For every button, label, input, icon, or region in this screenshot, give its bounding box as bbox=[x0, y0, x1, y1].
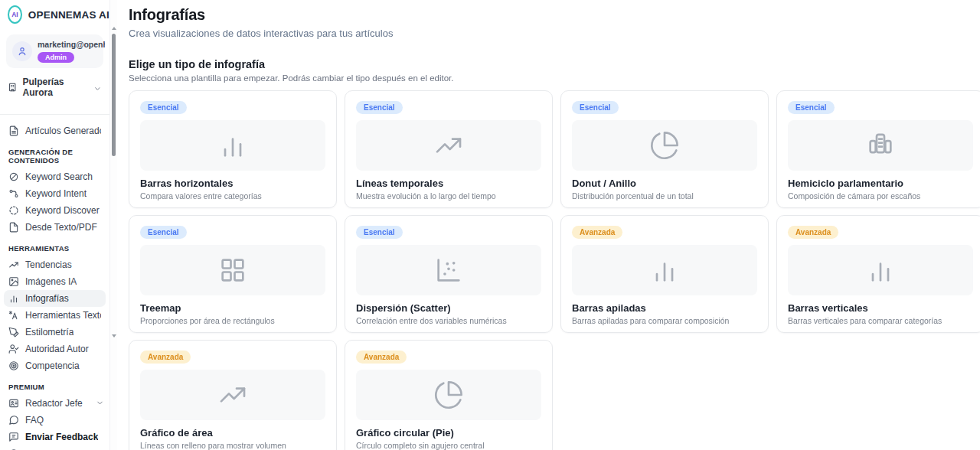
card-description: Barras apiladas para comparar composició… bbox=[572, 316, 757, 325]
card-description: Barras verticales para comparar categorí… bbox=[788, 316, 973, 325]
card-preview bbox=[788, 120, 973, 171]
sidebar-item[interactable]: Desde Texto/PDF bbox=[4, 219, 106, 236]
card-preview bbox=[140, 245, 325, 295]
card-preview bbox=[356, 120, 541, 171]
sidebar-item[interactable]: Keyword Intent bbox=[4, 185, 106, 202]
sidebar-item[interactable]: Keyword Discover bbox=[4, 202, 106, 219]
workspace-name: Pulperías Aurora bbox=[22, 77, 88, 98]
nav-section: FAQ Enviar Feedback Ver tutorial bbox=[0, 412, 109, 450]
card-preview bbox=[140, 370, 325, 420]
nav-section-header: HERRAMIENTAS bbox=[8, 244, 105, 253]
bar-chart-icon bbox=[649, 255, 680, 285]
logo-ai-icon: AI bbox=[8, 5, 22, 24]
card-description: Círculo completo sin agujero central bbox=[356, 441, 541, 450]
card-preview bbox=[788, 245, 973, 295]
scroll-down-arrow-icon[interactable] bbox=[112, 334, 116, 338]
sidebar-item-label: Competencia bbox=[25, 360, 80, 371]
sidebar-item-label: Infografías bbox=[25, 293, 69, 304]
dashed-circle-icon bbox=[8, 205, 19, 216]
sidebar-item-label: Desde Texto/PDF bbox=[25, 222, 97, 233]
infographic-card[interactable]: Avanzada Barras verticales Barras vertic… bbox=[776, 215, 980, 333]
chevron-down-icon bbox=[93, 83, 102, 92]
sidebar-item[interactable]: Redactor Jefe bbox=[4, 395, 106, 412]
infographic-card[interactable]: Esencial Hemiciclo parlamentario Composi… bbox=[776, 90, 980, 208]
page-title: Infografías bbox=[129, 6, 980, 24]
nav-section: PREMIUM Redactor Jefe bbox=[0, 383, 109, 412]
card-description: Compara valores entre categorías bbox=[140, 191, 325, 201]
infographic-card[interactable]: Avanzada Barras apiladas Barras apiladas… bbox=[560, 215, 769, 333]
sidebar-item-label: Artículos Generados bbox=[25, 126, 101, 136]
trending-up-icon bbox=[8, 259, 19, 270]
image-icon bbox=[8, 276, 19, 287]
user-meta: marketing@openho... Admin bbox=[38, 40, 105, 63]
sidebar-item-label: Tendencias bbox=[25, 259, 72, 270]
card-preview bbox=[356, 370, 541, 420]
infographic-card[interactable]: Esencial Barras horizontales Compara val… bbox=[129, 90, 337, 208]
nav-section: Artículos Generados bbox=[0, 122, 109, 139]
scroll-up-arrow-icon[interactable] bbox=[112, 27, 116, 30]
card-title: Hemiciclo parlamentario bbox=[788, 178, 973, 189]
infographic-card[interactable]: Esencial Dispersión (Scatter) Correlació… bbox=[345, 215, 553, 333]
card-description: Distribución porcentual de un total bbox=[572, 191, 757, 201]
scrollbar-thumb[interactable] bbox=[112, 34, 116, 156]
card-preview bbox=[356, 245, 541, 295]
sidebar-item[interactable]: Estilometría bbox=[4, 324, 106, 341]
card-title: Barras verticales bbox=[788, 302, 973, 314]
sidebar-item-label: Keyword Intent bbox=[25, 188, 87, 199]
search-icon bbox=[8, 171, 19, 182]
card-title: Dispersión (Scatter) bbox=[356, 302, 541, 314]
infographic-card[interactable]: Avanzada Gráfico circular (Pie) Círculo … bbox=[345, 340, 553, 450]
page-subtitle: Crea visualizaciones de datos interactiv… bbox=[129, 28, 980, 39]
sidebar-item-label: Herramientas Texto bbox=[25, 310, 101, 321]
section-title: Elige un tipo de infografía bbox=[129, 58, 980, 70]
sidebar-scrollbar[interactable] bbox=[109, 0, 117, 450]
sidebar-item[interactable]: Enviar Feedback bbox=[4, 429, 106, 445]
pie-chart-icon bbox=[649, 130, 680, 161]
workspace-selector[interactable]: Pulperías Aurora bbox=[0, 71, 109, 103]
pie-chart-icon bbox=[433, 380, 464, 410]
card-preview bbox=[572, 120, 757, 171]
sidebar-item[interactable]: Herramientas Texto bbox=[4, 307, 106, 324]
sidebar-item[interactable]: Keyword Search bbox=[4, 168, 106, 185]
building-icon bbox=[8, 82, 17, 93]
sidebar-item-label: Imágenes IA bbox=[25, 276, 77, 287]
chevron-down-icon[interactable] bbox=[96, 399, 104, 407]
layout-grid-icon bbox=[217, 255, 248, 285]
id-card-icon bbox=[8, 398, 19, 409]
sidebar-item[interactable]: Autoridad Autor bbox=[4, 341, 106, 357]
sidebar-item[interactable]: Ver tutorial bbox=[4, 445, 106, 450]
sidebar-item[interactable]: Tendencias bbox=[4, 256, 106, 273]
nav-items: FAQ Enviar Feedback Ver tutorial bbox=[0, 412, 109, 450]
app-logo: AI OPENNEMAS AI bbox=[0, 0, 109, 29]
nav-section: HERRAMIENTAS Tendencias Imágenes IA bbox=[0, 244, 109, 374]
logo-text: AI bbox=[11, 11, 18, 18]
sidebar-item-label: Redactor Jefe bbox=[25, 398, 83, 409]
sidebar-item[interactable]: FAQ bbox=[4, 412, 106, 429]
sidebar-item[interactable]: Infografías bbox=[4, 290, 106, 307]
sidebar-divider bbox=[0, 114, 109, 115]
main-content: Infografías Crea visualizaciones de dato… bbox=[117, 0, 980, 450]
sidebar-item-label: Estilometría bbox=[25, 327, 74, 338]
tier-badge: Esencial bbox=[572, 101, 619, 114]
sidebar: AI OPENNEMAS AI marketing@openho... Admi… bbox=[0, 0, 109, 450]
sidebar-item[interactable]: Imágenes IA bbox=[4, 273, 106, 290]
infographic-card[interactable]: Esencial Treemap Proporciones por área d… bbox=[129, 215, 337, 333]
scatter-icon bbox=[433, 255, 464, 285]
trending-up-icon bbox=[433, 130, 464, 161]
card-description: Muestra evolución a lo largo del tiempo bbox=[356, 191, 541, 201]
tier-badge: Esencial bbox=[356, 226, 403, 239]
nav-section: GENERACIÓN DE CONTENIDOS Keyword Search … bbox=[0, 148, 109, 236]
infographic-card[interactable]: Esencial Donut / Anillo Distribución por… bbox=[560, 90, 769, 208]
infographic-card[interactable]: Avanzada Gráfico de área Líneas con rell… bbox=[129, 340, 337, 450]
infographic-card[interactable]: Esencial Líneas temporales Muestra evolu… bbox=[345, 90, 553, 208]
card-description: Líneas con relleno para mostrar volumen bbox=[140, 441, 325, 450]
user-card[interactable]: marketing@openho... Admin bbox=[6, 34, 103, 68]
sidebar-item[interactable]: Artículos Generados bbox=[4, 122, 106, 139]
card-title: Gráfico de área bbox=[140, 427, 325, 439]
bar-chart-icon bbox=[865, 255, 896, 285]
share-icon bbox=[8, 188, 19, 199]
sidebar-item[interactable]: Competencia bbox=[4, 357, 106, 374]
tier-badge: Avanzada bbox=[356, 351, 407, 364]
card-title: Líneas temporales bbox=[356, 178, 541, 189]
sidebar-item-label: Enviar Feedback bbox=[25, 432, 98, 442]
